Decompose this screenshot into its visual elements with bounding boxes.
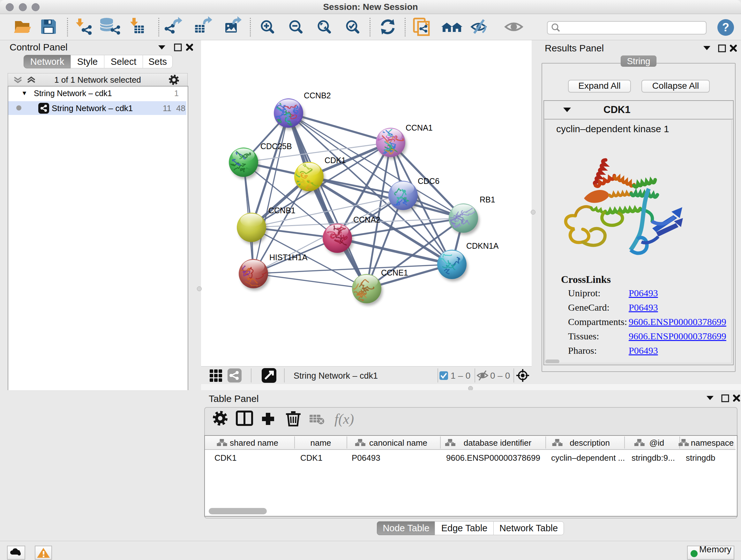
svg-text:String Network – cdk1: String Network – cdk1	[293, 371, 378, 381]
svg-text:?: ?	[722, 21, 729, 34]
svg-text:CDK1: CDK1	[325, 156, 346, 165]
svg-text:CCNB1: CCNB1	[268, 206, 295, 215]
svg-text:CCNA1: CCNA1	[406, 123, 433, 132]
svg-text:@id: @id	[650, 438, 664, 448]
svg-text:CCNB2: CCNB2	[304, 91, 331, 100]
svg-text:canonical name: canonical name	[369, 438, 427, 448]
svg-text:description: description	[569, 438, 610, 448]
svg-text:RB1: RB1	[480, 195, 495, 204]
svg-text:HIST1H1A: HIST1H1A	[269, 253, 308, 262]
svg-text:database identifier: database identifier	[464, 438, 532, 448]
svg-text:CDC6: CDC6	[418, 177, 440, 186]
svg-text:f(x): f(x)	[334, 411, 354, 427]
svg-text:namespace: namespace	[691, 438, 734, 448]
svg-text:CDKN1A: CDKN1A	[466, 241, 499, 250]
svg-text:1 – 0: 1 – 0	[451, 371, 470, 381]
svg-text:CCNA2: CCNA2	[353, 215, 381, 224]
svg-text:name: name	[310, 438, 331, 448]
svg-text:CCNE1: CCNE1	[381, 268, 408, 277]
svg-text:CDC25B: CDC25B	[260, 142, 292, 151]
svg-text:0 – 0: 0 – 0	[490, 371, 510, 381]
svg-text:shared name: shared name	[230, 438, 278, 448]
